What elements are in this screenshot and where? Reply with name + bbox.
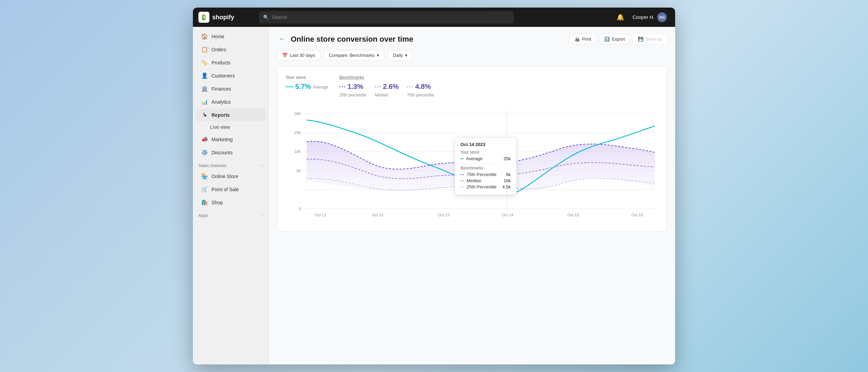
sidebar-item-label: Online Store <box>211 174 238 179</box>
chart-svg: 20K 15K 10K 5K 0 <box>286 104 658 221</box>
search-placeholder: Search <box>272 14 287 20</box>
search-bar[interactable]: 🔍 Search <box>259 11 514 23</box>
legend-median: 2.6% Median <box>375 83 399 97</box>
notifications-button[interactable]: 🔔 <box>615 12 626 22</box>
sidebar-item-marketing[interactable]: 📣 Marketing <box>196 133 266 146</box>
orders-icon: 📋 <box>201 46 208 53</box>
sidebar: 🏠 Home 📋 Orders 🏷️ Products 👤 Customers … <box>193 27 269 364</box>
svg-text:5K: 5K <box>296 169 301 173</box>
sidebar-sub-label: Live view <box>210 124 230 130</box>
header-actions: 🖨️ Print ⬆️ Export 💾 Save as <box>569 34 667 44</box>
export-icon: ⬆️ <box>604 37 610 42</box>
user-name: Cooper H. <box>632 14 654 20</box>
filter-bar: 📅 Last 30 days Compare: Benchmarks ▾ Dai… <box>269 50 675 66</box>
svg-text:Oct 15: Oct 15 <box>567 213 579 217</box>
back-button[interactable]: ← <box>277 35 287 43</box>
legend-benchmarks: Benchmarks 1.3% 25th percentile <box>339 75 434 97</box>
save-icon: 💾 <box>638 37 643 42</box>
page-title: Online store conversion over time <box>291 35 413 44</box>
legend-p25: 1.3% 25th percentile <box>339 83 366 97</box>
avatar: AG <box>657 12 667 22</box>
legend-average: 5.7% Average <box>286 83 328 91</box>
export-button[interactable]: ⬆️ Export <box>599 34 630 44</box>
save-as-button[interactable]: 💾 Save as <box>633 34 667 44</box>
sidebar-item-label: Marketing <box>211 137 232 142</box>
chevron-down-icon: ▾ <box>405 53 407 58</box>
sidebar-item-label: Customers <box>211 73 235 79</box>
online-store-icon: 🏪 <box>201 173 208 179</box>
home-icon: 🏠 <box>201 33 208 40</box>
chevron-right-icon: › <box>261 213 263 218</box>
reports-icon: ↳ <box>201 112 208 118</box>
shopify-logo-icon <box>198 12 209 23</box>
discounts-icon: ⚙️ <box>201 149 208 156</box>
sales-channels-header: Sales channels › <box>193 159 268 169</box>
content-header: ← Online store conversion over time 🖨️ P… <box>269 27 675 50</box>
chart-svg-wrap: 20K 15K 10K 5K 0 <box>286 104 658 223</box>
logo-text: shopify <box>212 14 234 21</box>
svg-text:Oct 11: Oct 11 <box>315 213 327 217</box>
customers-icon: 👤 <box>201 72 208 79</box>
chevron-down-icon: ▾ <box>377 53 379 58</box>
sidebar-item-point-of-sale[interactable]: 🛒 Point of Sale <box>196 183 266 196</box>
sidebar-item-analytics[interactable]: 📊 Analytics <box>196 95 266 108</box>
sidebar-item-liveview[interactable]: Live view <box>196 122 266 133</box>
sidebar-item-customers[interactable]: 👤 Customers <box>196 69 266 82</box>
svg-text:20K: 20K <box>294 112 301 116</box>
topbar-right: 🔔 Cooper H. AG <box>615 11 670 23</box>
main-content: ← Online store conversion over time 🖨️ P… <box>269 27 675 364</box>
chart-legend: Your store 5.7% Average <box>286 75 658 97</box>
sidebar-item-label: Discounts <box>211 150 232 155</box>
sidebar-item-label: Products <box>211 60 230 65</box>
user-menu-button[interactable]: Cooper H. AG <box>630 11 670 23</box>
sidebar-item-reports[interactable]: ↳ Reports <box>196 108 266 121</box>
date-filter-button[interactable]: 📅 Last 30 days <box>277 50 320 61</box>
pos-icon: 🛒 <box>201 186 208 193</box>
sidebar-item-online-store[interactable]: 🏪 Online Store <box>196 170 266 183</box>
chevron-right-icon: › <box>261 163 263 168</box>
logo-area: shopify <box>198 12 254 23</box>
legend-your-store-title: Your store <box>286 75 328 80</box>
svg-text:Oct 14: Oct 14 <box>502 213 514 217</box>
analytics-icon: 📊 <box>201 99 208 105</box>
print-icon: 🖨️ <box>575 37 580 42</box>
svg-text:0: 0 <box>299 207 301 211</box>
legend-avg-value: 5.7% <box>295 83 311 91</box>
sidebar-item-label: Analytics <box>211 99 231 105</box>
sidebar-item-home[interactable]: 🏠 Home <box>196 30 266 43</box>
products-icon: 🏷️ <box>201 59 208 66</box>
sidebar-item-label: Home <box>211 34 224 39</box>
sidebar-item-finances[interactable]: 🏛️ Finances <box>196 82 266 95</box>
svg-text:Oct 12: Oct 12 <box>372 213 383 217</box>
legend-your-store: Your store 5.7% Average <box>286 75 328 91</box>
topbar: shopify 🔍 Search 🔔 Cooper H. AG <box>193 8 675 27</box>
sidebar-item-orders[interactable]: 📋 Orders <box>196 43 266 56</box>
marketing-icon: 📣 <box>201 136 208 143</box>
interval-filter-button[interactable]: Daily ▾ <box>388 50 413 61</box>
sidebar-item-discounts[interactable]: ⚙️ Discounts <box>196 146 266 159</box>
legend-benchmarks-title: Benchmarks <box>339 75 434 80</box>
finances-icon: 🏛️ <box>201 85 208 92</box>
compare-filter-button[interactable]: Compare: Benchmarks ▾ <box>324 50 384 61</box>
sidebar-item-label: Reports <box>211 112 230 118</box>
apps-header: Apps › <box>193 209 268 219</box>
main-layout: 🏠 Home 📋 Orders 🏷️ Products 👤 Customers … <box>193 27 675 364</box>
svg-text:10K: 10K <box>294 149 301 154</box>
legend-avg-label: Average <box>313 85 328 90</box>
sidebar-item-label: Shop <box>211 200 223 205</box>
sidebar-item-shop[interactable]: 🛍️ Shop <box>196 196 266 209</box>
svg-text:15K: 15K <box>294 131 301 135</box>
search-icon: 🔍 <box>263 14 269 20</box>
sidebar-item-label: Orders <box>211 47 226 52</box>
svg-point-12 <box>506 189 509 193</box>
chart-card: Your store 5.7% Average <box>277 66 667 231</box>
calendar-icon: 📅 <box>282 53 288 58</box>
title-area: ← Online store conversion over time <box>277 35 413 44</box>
sidebar-item-label: Point of Sale <box>211 187 239 192</box>
sidebar-item-products[interactable]: 🏷️ Products <box>196 56 266 69</box>
svg-text:Oct 13: Oct 13 <box>438 213 450 217</box>
print-button[interactable]: 🖨️ Print <box>569 34 597 44</box>
sidebar-item-label: Finances <box>211 86 231 92</box>
shop-icon: 🛍️ <box>201 199 208 206</box>
legend-p75: 4.8% 75th percentile <box>407 83 434 97</box>
